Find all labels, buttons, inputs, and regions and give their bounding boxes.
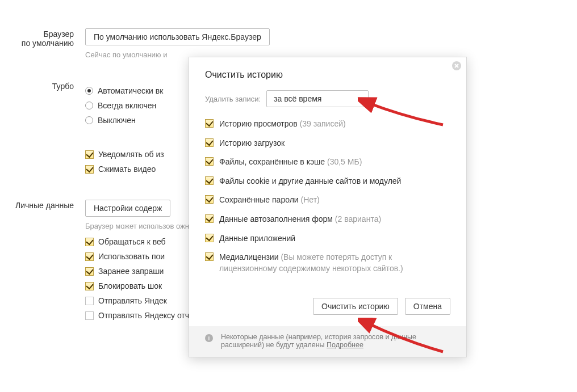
default-browser-button[interactable]: По умолчанию использовать Яндекс.Браузер (85, 28, 270, 45)
clear-option-4[interactable]: Сохранённые пароли (Нет) (205, 195, 450, 206)
option-text: Медиалицензии (Вы можете потерять доступ… (219, 252, 450, 274)
check-label: Блокировать шок (98, 281, 162, 290)
option-text: Файлы cookie и другие данные сайтов и мо… (219, 176, 401, 187)
check-label: Обращаться к веб (98, 237, 166, 246)
cancel-button[interactable]: Отмена (405, 298, 450, 315)
clear-history-button[interactable]: Очистить историю (313, 298, 398, 315)
checkbox-icon (85, 238, 94, 246)
checkbox-icon (205, 214, 214, 223)
dialog-footer: i Некоторые данные (например, история за… (189, 326, 466, 357)
checkbox-icon (85, 165, 94, 174)
radio-icon (85, 102, 93, 109)
option-muted: (39 записей) (300, 119, 346, 128)
radio-icon (85, 87, 93, 95)
option-text: Файлы, сохранённые в кэше (30,5 МБ) (219, 157, 362, 168)
clear-option-2[interactable]: Файлы, сохранённые в кэше (30,5 МБ) (205, 157, 450, 168)
checkbox-icon (85, 311, 94, 320)
check-label: Использовать пои (98, 252, 165, 261)
select-value: за всё время (274, 94, 321, 103)
radio-label: Всегда включен (98, 101, 156, 110)
checkbox-icon (205, 119, 214, 128)
dialog-title: Очистить историю (205, 70, 450, 80)
option-text: Историю загрузок (219, 138, 285, 149)
checkbox-icon (85, 252, 94, 261)
section-label-personal: Личные данные (0, 200, 85, 326)
clear-option-6[interactable]: Данные приложений (205, 233, 450, 245)
close-icon[interactable] (451, 61, 462, 71)
option-text: Историю просмотров (39 записей) (219, 119, 346, 130)
option-text: Сохранённые пароли (Нет) (219, 195, 320, 206)
radio-label: Выключен (98, 116, 136, 125)
section-label-default: Браузер по умолчанию (0, 28, 85, 60)
checkbox-icon (205, 176, 214, 185)
footer-more-link[interactable]: Подробнее (327, 341, 363, 349)
option-muted: (30,5 МБ) (327, 157, 362, 166)
option-muted: (Нет) (301, 195, 320, 204)
clear-option-1[interactable]: Историю загрузок (205, 138, 450, 149)
clear-history-dialog: Очистить историю Удалить записи: за всё … (189, 57, 467, 357)
checkbox-icon (205, 157, 214, 166)
info-icon: i (205, 334, 213, 342)
check-label: Уведомлять об из (98, 150, 164, 159)
checkbox-icon (85, 297, 94, 305)
option-text: Данные автозаполнения форм (2 варианта) (219, 214, 381, 225)
section-default-browser: Браузер по умолчанию По умолчанию исполь… (0, 28, 566, 60)
footer-text: Некоторые данные (например, история запр… (221, 333, 416, 349)
checkbox-icon (205, 252, 214, 261)
option-muted: (2 варианта) (335, 214, 381, 224)
content-settings-button[interactable]: Настройки содерж (85, 200, 170, 217)
option-muted: (Вы можете потерять доступ к лицензионно… (219, 252, 403, 273)
checkbox-icon (205, 234, 214, 242)
checkbox-icon (205, 195, 214, 204)
checkbox-icon (85, 267, 94, 276)
clear-option-3[interactable]: Файлы cookie и другие данные сайтов и мо… (205, 176, 450, 187)
delete-range-label: Удалить записи: (205, 95, 261, 103)
checkbox-icon (85, 282, 94, 290)
check-label: Отправлять Яндек (98, 296, 167, 305)
clear-option-7[interactable]: Медиалицензии (Вы можете потерять доступ… (205, 252, 450, 274)
radio-icon (85, 116, 93, 124)
clear-option-5[interactable]: Данные автозаполнения форм (2 варианта) (205, 214, 450, 225)
clear-option-0[interactable]: Историю просмотров (39 записей) (205, 119, 450, 130)
check-label: Заранее запраши (98, 267, 164, 276)
option-text: Данные приложений (219, 233, 295, 245)
checkbox-icon (85, 150, 94, 159)
checkbox-icon (205, 138, 214, 147)
section-label-turbo: Турбо (0, 81, 85, 179)
check-label: Сжимать видео (98, 165, 156, 174)
radio-label: Автоматически вк (98, 86, 163, 95)
time-range-select[interactable]: за всё время (266, 90, 369, 107)
